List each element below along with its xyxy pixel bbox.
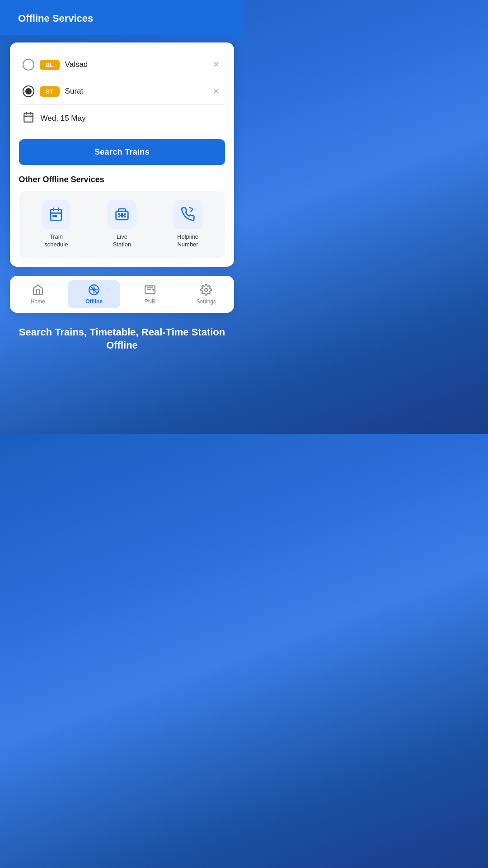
to-station-clear[interactable]: ✕	[211, 85, 221, 98]
settings-icon	[200, 284, 212, 296]
main-card: BL Valsad ✕ ST Surat ✕ Wed, 15 May Searc…	[10, 42, 235, 267]
settings-label: Settings	[197, 298, 216, 305]
svg-rect-15	[124, 213, 126, 215]
other-services-box: Trainschedule LiveStation	[19, 191, 225, 258]
svg-rect-16	[118, 216, 120, 217]
train-schedule-icon-box	[42, 200, 70, 229]
from-station-clear[interactable]: ✕	[211, 58, 221, 71]
live-station-icon	[115, 207, 129, 222]
selected-date: Wed, 15 May	[41, 114, 86, 123]
from-radio[interactable]	[23, 59, 34, 71]
to-station-row[interactable]: ST Surat ✕	[19, 78, 225, 105]
nav-item-offline[interactable]: Offline	[68, 280, 120, 308]
search-trains-button[interactable]: Search Trains	[19, 139, 225, 165]
nav-item-home[interactable]: Home	[12, 280, 64, 308]
service-item-live-station[interactable]: LiveStation	[108, 200, 136, 249]
pnr-label: PNR	[144, 298, 155, 305]
home-icon	[32, 284, 44, 296]
to-station-badge: ST	[40, 86, 60, 97]
helpline-icon	[181, 207, 195, 222]
offline-icon	[88, 284, 100, 296]
svg-point-9	[56, 216, 57, 217]
pnr-icon	[144, 284, 156, 296]
train-schedule-label: Trainschedule	[44, 233, 68, 249]
date-row[interactable]: Wed, 15 May	[19, 105, 225, 132]
from-station-badge: BL	[40, 60, 60, 70]
svg-point-8	[53, 216, 55, 217]
svg-marker-23	[152, 288, 154, 292]
offline-label: Offline	[85, 298, 103, 305]
to-radio[interactable]	[23, 85, 34, 97]
helpline-label: HelplineNumber	[177, 233, 198, 249]
svg-rect-0	[24, 113, 33, 122]
to-station-name: Surat	[65, 87, 206, 96]
nav-item-pnr[interactable]: PNR	[124, 280, 176, 308]
svg-rect-18	[124, 216, 126, 217]
train-schedule-icon	[49, 207, 63, 222]
service-item-helpline[interactable]: HelplineNumber	[174, 200, 202, 249]
svg-rect-14	[121, 213, 123, 215]
home-label: Home	[31, 298, 45, 305]
svg-point-24	[205, 288, 208, 292]
svg-rect-13	[118, 213, 120, 215]
to-radio-inner	[25, 88, 32, 94]
footer-tagline: Search Trains, Timetable, Real-Time Stat…	[0, 326, 244, 352]
helpline-icon-box	[174, 200, 202, 229]
live-station-label: LiveStation	[113, 233, 131, 249]
svg-rect-17	[121, 216, 123, 217]
calendar-icon	[23, 111, 34, 126]
nav-item-settings[interactable]: Settings	[180, 280, 232, 308]
live-station-icon-box	[108, 200, 136, 229]
header-title: Offline Services	[18, 13, 93, 24]
header: Offline Services	[0, 0, 244, 35]
from-station-name: Valsad	[65, 60, 206, 69]
from-station-row[interactable]: BL Valsad ✕	[19, 52, 225, 78]
service-item-train-schedule[interactable]: Trainschedule	[42, 200, 70, 249]
other-services-title: Other Offline Services	[19, 175, 225, 184]
bottom-nav: Home Offline PNR Settings	[10, 276, 235, 313]
